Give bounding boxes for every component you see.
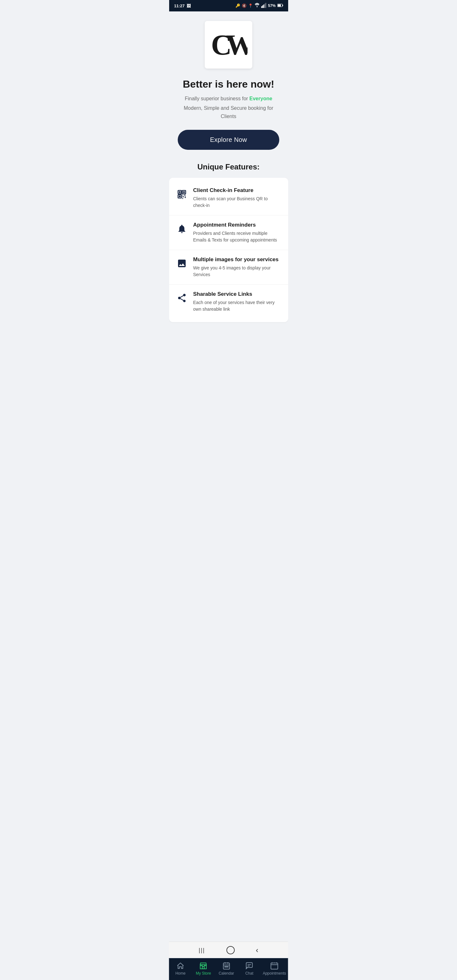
svg-rect-16 (179, 196, 180, 197)
signal-icon (261, 3, 266, 9)
svg-rect-19 (182, 196, 184, 197)
feature-item-share: Sharable Service Links Each one of your … (169, 285, 288, 319)
svg-rect-2 (263, 5, 263, 8)
hero-subtitle: Finally superior business for Everyone (175, 95, 282, 103)
image-icon (175, 257, 188, 270)
status-bar: 11:27 🖼 🔑 🔇 📍 57% (169, 0, 288, 11)
svg-rect-5 (266, 3, 267, 8)
bell-icon (175, 223, 188, 235)
qr-code-icon (175, 188, 188, 200)
feature-item-images: Multiple images for your services We giv… (169, 250, 288, 285)
nav-item-appointments[interactable]: Appointments (263, 962, 286, 975)
explore-now-button[interactable]: Explore Now (178, 130, 279, 150)
battery-percentage: 57% (268, 3, 275, 8)
svg-rect-14 (183, 191, 185, 193)
nav-label-chat: Chat (245, 971, 253, 975)
nav-item-chat[interactable]: Chat (240, 962, 259, 975)
svg-rect-12 (179, 191, 180, 193)
home-icon (177, 962, 185, 970)
svg-rect-21 (182, 198, 183, 199)
hero-title: Better is here now! (175, 78, 282, 90)
appointments-icon (271, 962, 279, 970)
svg-rect-23 (223, 963, 230, 969)
nav-item-home[interactable]: Home (171, 962, 190, 975)
share-icon (175, 292, 188, 304)
svg-rect-27 (246, 963, 253, 967)
chat-icon (245, 962, 253, 970)
svg-rect-18 (184, 195, 185, 196)
subtitle-highlight: Everyone (250, 96, 272, 101)
calendar-icon (222, 962, 231, 970)
feature-title-reminders: Appointment Reminders (193, 222, 282, 228)
features-list: Client Check-in Feature Clients can scan… (169, 178, 288, 322)
feature-text-reminders: Appointment Reminders Providers and Clie… (193, 222, 282, 243)
svg-rect-4 (264, 3, 265, 8)
feature-desc-checkin: Clients can scan your Business QR to che… (193, 196, 282, 209)
svg-rect-8 (278, 4, 281, 6)
android-recent-btn[interactable]: ||| (199, 947, 205, 954)
logo-text: C W (209, 28, 248, 62)
nav-label-calendar: Calendar (219, 971, 234, 975)
mute-icon: 🔇 (242, 3, 247, 8)
svg-rect-7 (282, 5, 283, 6)
wifi-icon (255, 3, 260, 9)
location-icon: 📍 (248, 3, 253, 8)
svg-rect-1 (261, 6, 262, 8)
svg-rect-22 (202, 967, 205, 969)
main-content: C W Better is here now! Finally superior… (169, 11, 288, 328)
svg-text:W: W (226, 29, 248, 59)
svg-rect-26 (228, 966, 228, 967)
android-home-btn[interactable] (226, 946, 234, 954)
nav-label-appointments: Appointments (263, 971, 286, 975)
feature-item-checkin: Client Check-in Feature Clients can scan… (169, 181, 288, 215)
feature-text-checkin: Client Check-in Feature Clients can scan… (193, 187, 282, 209)
feature-title-images: Multiple images for your services (193, 256, 282, 263)
nav-item-mystore[interactable]: My Store (194, 962, 213, 975)
svg-rect-24 (225, 966, 225, 967)
key-icon: 🔑 (236, 3, 240, 8)
svg-rect-25 (226, 966, 226, 967)
feature-desc-reminders: Providers and Clients receive multiple E… (193, 230, 282, 243)
svg-rect-17 (182, 195, 183, 196)
hero-subtitle-2: Modern, Simple and Secure booking for Cl… (175, 104, 282, 120)
svg-point-0 (257, 6, 258, 7)
logo-container: C W (175, 21, 282, 68)
nav-item-calendar[interactable]: Calendar (217, 962, 236, 975)
nav-label-home: Home (175, 971, 186, 975)
feature-desc-share: Each one of your services have their ver… (193, 299, 282, 313)
feature-title-checkin: Client Check-in Feature (193, 187, 282, 194)
subtitle-pre: Finally superior business for (185, 96, 250, 101)
android-back-btn[interactable]: ‹ (256, 946, 258, 955)
battery-icon (277, 3, 283, 8)
svg-rect-3 (263, 5, 264, 8)
bottom-nav: Home My Store Calendar (169, 958, 288, 980)
status-time: 11:27 (174, 3, 185, 8)
features-title: Unique Features: (175, 162, 282, 171)
svg-rect-20 (185, 196, 186, 198)
feature-desc-images: We give you 4-5 images to display your S… (193, 265, 282, 278)
feature-text-images: Multiple images for your services We giv… (193, 256, 282, 278)
photo-icon: 🖼 (186, 3, 191, 8)
store-icon (199, 962, 207, 970)
feature-title-share: Sharable Service Links (193, 291, 282, 298)
feature-text-share: Sharable Service Links Each one of your … (193, 291, 282, 313)
feature-item-reminders: Appointment Reminders Providers and Clie… (169, 215, 288, 250)
nav-label-mystore: My Store (196, 971, 211, 975)
logo-box: C W (205, 21, 252, 68)
